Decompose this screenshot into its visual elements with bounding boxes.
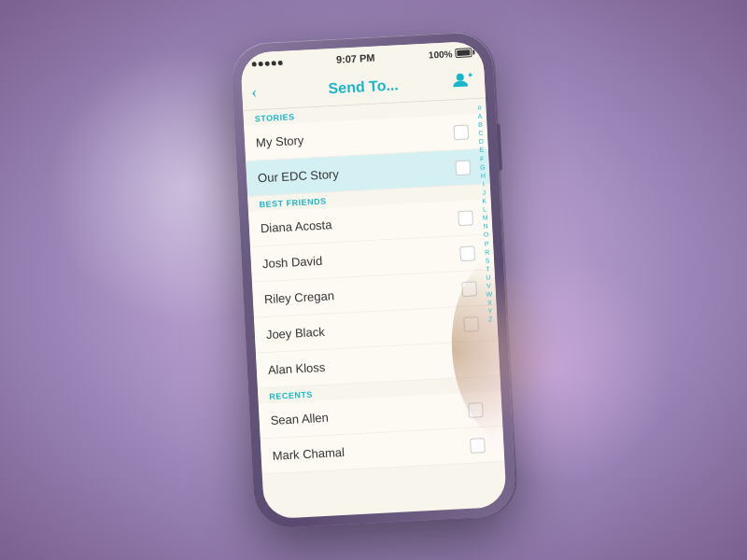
phone-device: 9:07 PM 100% ‹ Send To...: [231, 31, 517, 529]
checkbox-josh-david[interactable]: [459, 245, 475, 261]
status-time: 9:07 PM: [336, 52, 375, 65]
signal-dots: [252, 60, 283, 66]
checkbox-sean-allen[interactable]: [468, 402, 484, 418]
battery-icon: [455, 48, 472, 58]
home-button[interactable]: [370, 517, 403, 519]
checkbox-joey-black[interactable]: [463, 316, 479, 332]
checkbox-diana-acosta[interactable]: [458, 210, 473, 226]
phone-screen: 9:07 PM 100% ‹ Send To...: [240, 41, 507, 520]
checkbox-my-story[interactable]: [453, 124, 469, 140]
alpha-index[interactable]: # A B C D E F G H I J K L M N O P: [474, 99, 505, 508]
add-user-icon: [452, 71, 473, 92]
svg-point-0: [457, 73, 464, 80]
status-right: 100%: [429, 48, 472, 60]
back-button[interactable]: ‹: [251, 82, 258, 102]
checkbox-our-edc-story[interactable]: [455, 160, 471, 175]
checkbox-mark-chamal[interactable]: [470, 438, 486, 454]
send-to-list: # A B C D E F G H I J K L M N O P: [243, 98, 507, 519]
add-user-button[interactable]: [450, 71, 475, 92]
nav-title: Send To...: [328, 77, 399, 97]
checkbox-riley-cregan[interactable]: [461, 281, 477, 297]
battery-percent: 100%: [429, 49, 453, 60]
phone-outer-shell: 9:07 PM 100% ‹ Send To...: [231, 31, 517, 529]
